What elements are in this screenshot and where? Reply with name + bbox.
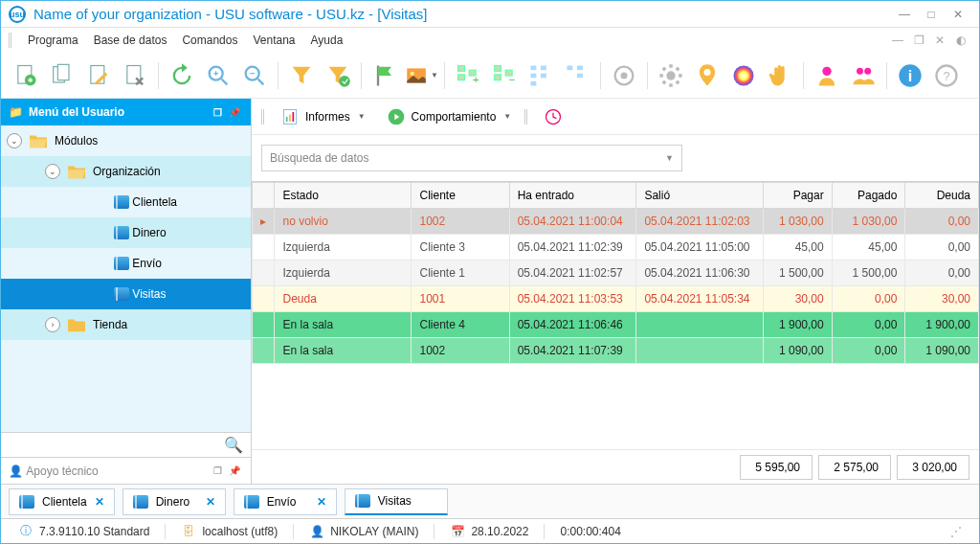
tree-collapse-button[interactable] xyxy=(560,58,594,93)
table-row[interactable]: En la sala 1002 05.04.2021 11:07:39 1 09… xyxy=(253,338,979,364)
tree-item-modulos[interactable]: ⌄ Módulos xyxy=(1,125,251,156)
cell[interactable]: 05.04.2021 11:05:00 xyxy=(636,235,764,261)
table-row[interactable]: ▸ no volvio 1002 05.04.2021 11:00:04 05.… xyxy=(253,209,979,235)
refresh-button[interactable] xyxy=(165,58,199,93)
tab-close-button[interactable]: ✕ xyxy=(95,495,104,509)
sidebar-popout-button[interactable]: ❐ xyxy=(209,103,226,121)
cell[interactable]: 30,00 xyxy=(905,286,979,312)
table-row[interactable]: Izquierda Cliente 1 05.04.2021 11:02:57 … xyxy=(253,261,979,286)
filter-button[interactable] xyxy=(284,58,319,93)
col-pagado[interactable]: Pagado xyxy=(832,183,905,209)
cell[interactable]: 1 500,00 xyxy=(832,261,905,286)
cell[interactable]: Deuda xyxy=(275,286,412,312)
search-icon[interactable]: 🔍 xyxy=(224,436,243,454)
mdi-close-button[interactable]: ✕ xyxy=(929,34,950,47)
cell[interactable]: 1 030,00 xyxy=(764,209,833,235)
new-doc-button[interactable] xyxy=(9,58,43,93)
table-row[interactable]: Izquierda Cliente 3 05.04.2021 11:02:39 … xyxy=(253,235,979,261)
col-pagar[interactable]: Pagar xyxy=(764,183,833,209)
cell[interactable]: 1001 xyxy=(412,286,509,312)
tab-close-button[interactable]: ✕ xyxy=(317,495,326,509)
mdi-minimize-button[interactable]: — xyxy=(887,34,908,47)
gear-button[interactable] xyxy=(654,58,688,93)
pin-button[interactable] xyxy=(690,58,724,93)
cell[interactable]: 30,00 xyxy=(764,286,833,312)
filter-clear-button[interactable] xyxy=(321,58,355,93)
search-input[interactable]: Búsqueda de datos ▼ xyxy=(261,145,682,171)
cell[interactable]: 0,00 xyxy=(905,209,979,235)
cell[interactable]: 1 900,00 xyxy=(905,312,979,338)
tree-remove-button[interactable]: − xyxy=(487,58,522,93)
cell[interactable]: Cliente 3 xyxy=(412,235,509,261)
col-entrado[interactable]: Ha entrado xyxy=(509,183,636,209)
drag-handle-icon[interactable] xyxy=(524,109,530,125)
cell[interactable]: 1002 xyxy=(412,209,509,235)
drag-handle-icon[interactable] xyxy=(9,33,14,48)
mdi-restore-button[interactable]: ❐ xyxy=(908,34,929,47)
maximize-button[interactable]: □ xyxy=(918,5,945,24)
cell[interactable]: En la sala xyxy=(275,312,412,338)
tree-expand-button[interactable] xyxy=(523,58,558,93)
resize-grip-icon[interactable]: ⋰ xyxy=(943,525,969,538)
support-panel[interactable]: 👤 Apoyo técnico ❐ 📌 xyxy=(1,457,251,484)
cell[interactable]: 05.04.2021 11:02:57 xyxy=(509,261,636,286)
cell[interactable]: 45,00 xyxy=(832,235,905,261)
cell[interactable]: 05.04.2021 11:06:30 xyxy=(636,261,764,286)
tab-close-button[interactable]: ✕ xyxy=(206,495,215,509)
tree-add-button[interactable]: + xyxy=(451,58,485,93)
tree-item-envio[interactable]: Envío xyxy=(1,248,251,279)
help-button[interactable]: ? xyxy=(929,58,964,93)
collapse-icon[interactable]: ⌄ xyxy=(45,164,60,179)
sidebar-pin-button[interactable]: 📌 xyxy=(226,103,243,121)
expand-icon[interactable]: › xyxy=(45,317,60,332)
cell[interactable]: 0,00 xyxy=(832,286,905,312)
drag-handle-icon[interactable] xyxy=(261,109,267,125)
data-grid[interactable]: Estado Cliente Ha entrado Salió Pagar Pa… xyxy=(252,181,979,449)
col-estado[interactable]: Estado xyxy=(275,183,412,209)
close-button[interactable]: ✕ xyxy=(945,5,971,24)
table-row[interactable]: En la sala Cliente 4 05.04.2021 11:06:46… xyxy=(253,312,979,338)
menu-base-de-datos[interactable]: Base de datos xyxy=(86,34,175,47)
tree-item-clientela[interactable]: Clientela xyxy=(1,187,251,217)
tab-envio[interactable]: Envío ✕ xyxy=(234,488,337,515)
image-button[interactable]: ▼ xyxy=(404,58,438,93)
cell[interactable] xyxy=(636,312,764,338)
cell[interactable]: Izquierda xyxy=(275,261,412,286)
cell[interactable]: 05.04.2021 11:02:03 xyxy=(636,209,764,235)
cell[interactable]: En la sala xyxy=(275,338,412,364)
cell[interactable]: 1 500,00 xyxy=(764,261,833,286)
cell[interactable]: 05.04.2021 11:07:39 xyxy=(509,338,636,364)
mdi-help-button[interactable]: ◐ xyxy=(950,34,971,47)
cell[interactable]: 0,00 xyxy=(905,235,979,261)
users-button[interactable] xyxy=(846,58,880,93)
cell[interactable]: no volvio xyxy=(275,209,412,235)
color-button[interactable] xyxy=(726,58,761,93)
cell[interactable]: 05.04.2021 11:02:39 xyxy=(509,235,636,261)
cell[interactable]: 05.04.2021 11:00:04 xyxy=(509,209,636,235)
table-row[interactable]: Deuda 1001 05.04.2021 11:03:53 05.04.202… xyxy=(253,286,979,312)
tree-item-tienda[interactable]: › Tienda xyxy=(1,309,251,340)
tab-dinero[interactable]: Dinero ✕ xyxy=(122,488,226,515)
hand-button[interactable] xyxy=(763,58,797,93)
cell[interactable] xyxy=(636,338,764,364)
cell[interactable]: 0,00 xyxy=(832,312,905,338)
cell[interactable]: 1 090,00 xyxy=(764,338,833,364)
cell[interactable]: Cliente 1 xyxy=(412,261,509,286)
flag-button[interactable] xyxy=(368,58,402,93)
col-cliente[interactable]: Cliente xyxy=(412,183,509,209)
menu-ayuda[interactable]: Ayuda xyxy=(303,34,351,47)
chevron-down-icon[interactable]: ▼ xyxy=(665,153,674,163)
target-button[interactable] xyxy=(607,58,641,93)
menu-comandos[interactable]: Comandos xyxy=(174,34,245,47)
cell[interactable]: 05.04.2021 11:06:46 xyxy=(509,312,636,338)
cell[interactable]: 1 030,00 xyxy=(832,209,905,235)
info-button[interactable]: i xyxy=(893,58,927,93)
cell[interactable]: Cliente 4 xyxy=(412,312,509,338)
cell[interactable]: Izquierda xyxy=(275,235,412,261)
zoom-out-button[interactable] xyxy=(237,58,272,93)
tree-item-organizacion[interactable]: ⌄ Organización xyxy=(1,156,251,187)
cell[interactable]: 1 900,00 xyxy=(764,312,833,338)
menu-programa[interactable]: Programa xyxy=(20,34,86,47)
informes-button[interactable]: Informes▼ xyxy=(273,103,373,130)
minimize-button[interactable]: — xyxy=(891,5,918,24)
